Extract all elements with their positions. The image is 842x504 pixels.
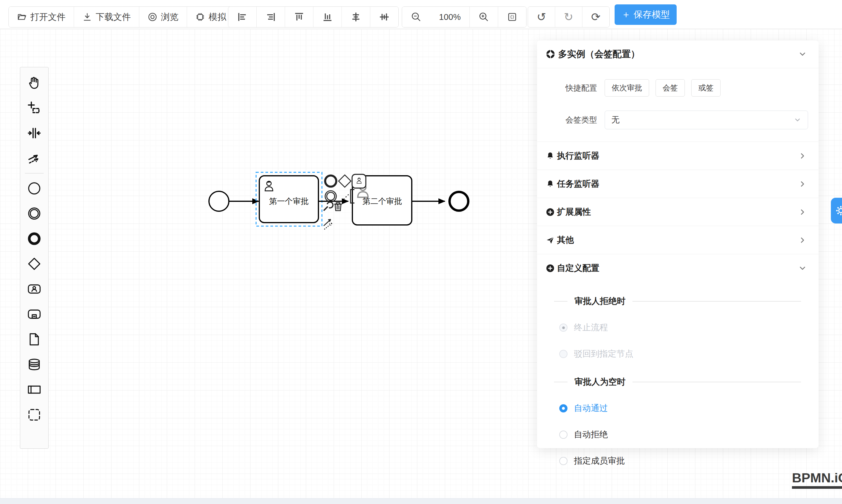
preview-label: 浏览 — [161, 11, 178, 23]
radio-assign-member[interactable]: 指定成员审批 — [559, 455, 819, 467]
send-icon — [546, 236, 555, 245]
download-file-button[interactable]: 下载文件 — [74, 7, 139, 27]
append-user-task-icon[interactable] — [352, 174, 366, 188]
subprocess-icon — [27, 307, 41, 321]
zoom-in-button[interactable] — [470, 7, 498, 27]
append-gateway-icon[interactable] — [339, 175, 351, 187]
multi-instance-header[interactable]: 多实例（会签配置） — [537, 40, 819, 68]
section-execution-listener[interactable]: 执行监听器 — [537, 142, 819, 170]
section-task-listener[interactable]: 任务监听器 — [537, 170, 819, 198]
user-task-icon — [27, 282, 41, 296]
folder-open-icon — [17, 12, 27, 22]
append-end-event-icon[interactable] — [325, 176, 336, 187]
data-object-icon — [27, 332, 41, 346]
end-event-shape[interactable] — [450, 192, 468, 211]
undo-button[interactable]: ↺ — [528, 7, 555, 27]
radio-return-to-node[interactable]: 驳回到指定节点 — [559, 348, 819, 360]
gear-icon — [835, 205, 842, 216]
align-bottom-button[interactable] — [313, 7, 341, 27]
create-intermediate-event[interactable] — [22, 201, 47, 226]
settings-tab[interactable] — [831, 198, 842, 223]
radio-auto-approve[interactable]: 自动通过 — [559, 402, 819, 414]
refresh-icon: ⟳ — [591, 12, 600, 22]
section-extended-properties[interactable]: 扩展属性 — [537, 198, 819, 226]
horizontal-scrollbar[interactable] — [0, 498, 842, 504]
sign-type-select[interactable]: 无 — [604, 111, 808, 129]
connect-tool-pad-icon[interactable] — [324, 219, 332, 229]
start-event-shape[interactable] — [209, 191, 229, 211]
open-file-label: 打开文件 — [31, 11, 66, 23]
preview-button[interactable]: 浏览 — [139, 7, 187, 27]
radio-icon — [559, 431, 567, 439]
group-icon — [27, 408, 41, 422]
bpmn-io-watermark: BPMN.iO — [792, 470, 842, 489]
quick-config-sequential-button[interactable]: 依次审批 — [604, 79, 649, 96]
align-top-icon — [294, 12, 304, 22]
section-other[interactable]: 其他 — [537, 226, 819, 254]
align-left-button[interactable] — [228, 7, 257, 27]
align-center-vertical-button[interactable] — [370, 7, 398, 27]
create-participant-pool[interactable] — [22, 377, 47, 402]
fit-viewport-button[interactable] — [498, 7, 526, 27]
create-group[interactable] — [22, 402, 47, 427]
radio-icon — [559, 457, 567, 465]
global-connect-tool[interactable] — [22, 146, 47, 171]
create-start-event[interactable] — [22, 176, 47, 201]
watermark-underline — [792, 486, 842, 489]
download-icon — [82, 12, 92, 22]
section-label: 扩展属性 — [557, 206, 798, 218]
refresh-button[interactable]: ⟳ — [582, 7, 609, 27]
bell-icon — [546, 151, 555, 160]
plus-icon: ＋ — [621, 8, 631, 21]
section-label: 执行监听器 — [557, 150, 798, 162]
eye-icon — [147, 12, 157, 22]
create-gateway[interactable] — [22, 251, 47, 276]
radio-terminate-process[interactable]: 终止流程 — [559, 322, 819, 334]
space-tool[interactable] — [22, 121, 47, 146]
create-user-task[interactable] — [22, 276, 47, 302]
section-custom-config[interactable]: 自定义配置 — [537, 254, 819, 282]
align-right-button[interactable] — [257, 7, 285, 27]
user-task-1[interactable]: 第一个审批 — [259, 176, 318, 222]
plus-circle-icon — [546, 264, 555, 273]
multi-instance-icon — [546, 50, 555, 59]
save-model-button[interactable]: ＋ 保存模型 — [615, 4, 677, 25]
space-tool-icon — [27, 126, 41, 140]
section-label: 任务监听器 — [557, 178, 798, 190]
quick-config-countersign-button[interactable]: 会签 — [655, 79, 685, 96]
fit-viewport-icon — [507, 12, 518, 22]
align-center-vertical-icon — [379, 12, 389, 22]
create-data-store[interactable] — [22, 352, 47, 377]
create-data-object[interactable] — [22, 327, 47, 352]
redo-button[interactable]: ↻ — [555, 7, 582, 27]
chevron-down-icon — [794, 116, 801, 124]
change-type-wrench-icon[interactable] — [324, 202, 333, 211]
delete-trash-icon[interactable] — [334, 203, 342, 211]
header-divider — [537, 68, 819, 68]
align-center-horizontal-button[interactable] — [341, 7, 370, 27]
plus-circle-icon — [546, 208, 555, 216]
simulate-button[interactable]: 模拟 — [187, 7, 234, 27]
radio-icon — [559, 324, 567, 332]
bpmn-diagram: 第一个审批 第二个审批 — [164, 152, 497, 254]
global-connect-tool-icon — [27, 151, 41, 165]
zoom-out-button[interactable] — [402, 7, 430, 27]
lasso-tool[interactable] — [22, 95, 47, 121]
radio-auto-reject[interactable]: 自动拒绝 — [559, 429, 819, 440]
task-2-label: 第二个审批 — [363, 197, 402, 205]
gateway-icon — [27, 257, 41, 271]
data-store-icon — [27, 357, 41, 372]
align-top-button[interactable] — [285, 7, 313, 27]
chevron-down-icon[interactable] — [798, 50, 807, 58]
chevron-right-icon — [798, 180, 807, 188]
download-file-label: 下载文件 — [96, 11, 131, 23]
quick-config-orsign-button[interactable]: 或签 — [691, 79, 721, 96]
align-right-icon — [265, 12, 276, 22]
create-end-event[interactable] — [22, 226, 47, 251]
create-subprocess[interactable] — [22, 302, 47, 327]
radio-icon — [559, 350, 567, 358]
panel-title: 多实例（会签配置） — [558, 48, 798, 60]
open-file-button[interactable]: 打开文件 — [9, 7, 74, 27]
hand-tool[interactable] — [22, 70, 47, 95]
task-1-label: 第一个审批 — [269, 197, 309, 205]
